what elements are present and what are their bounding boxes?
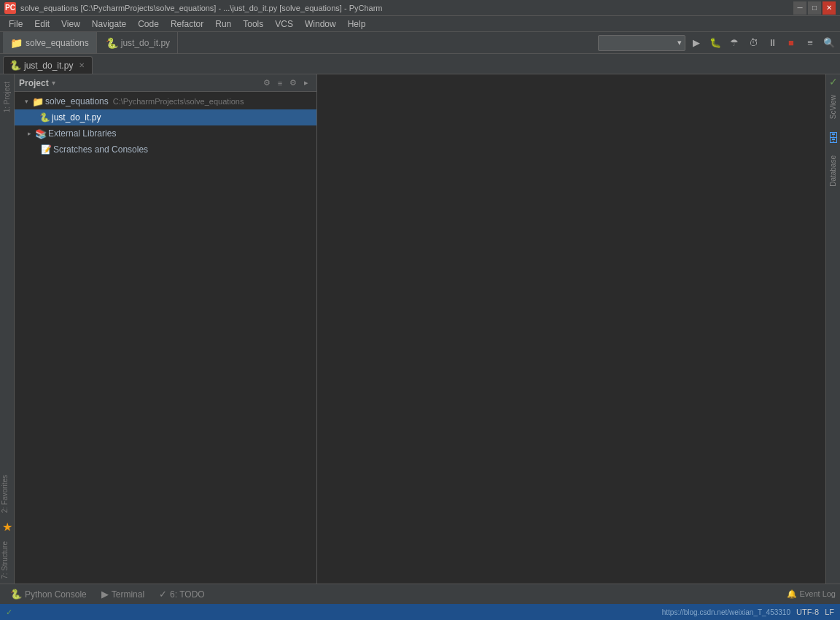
file-label-just-do-it: just_do_it.py: [52, 112, 101, 123]
title-bar: PC solve_equations [C:\PycharmProjects\s…: [0, 0, 840, 16]
maximize-button[interactable]: □: [808, 1, 821, 15]
project-folder-icon: 📁: [10, 37, 23, 49]
todo-label: 6: TODO: [170, 589, 205, 600]
folder-icon-root: 📁: [32, 96, 44, 107]
scratches-icon: 📝: [41, 144, 52, 155]
toolbar-tab-project-label: solve_equations: [26, 38, 89, 48]
run-config-dropdown[interactable]: ▾: [598, 35, 685, 51]
vcs-check-icon: ✓: [829, 76, 838, 88]
file-tab-bar: 🐍 just_do_it.py ✕: [0, 54, 840, 74]
menu-navigate[interactable]: Navigate: [86, 18, 132, 31]
todo-icon: ✓: [159, 589, 167, 600]
pause-button[interactable]: ⏸: [764, 35, 780, 51]
menu-view[interactable]: View: [55, 18, 86, 31]
python-file-icon: 🐍: [9, 60, 21, 71]
scratches-arrow: ▸: [31, 146, 39, 153]
status-encoding[interactable]: UTF-8: [796, 608, 819, 616]
toolbar-tab-file[interactable]: 🐍 just_do_it.py: [98, 32, 178, 53]
favorites-star-icon[interactable]: ★: [0, 517, 15, 537]
sidebar-item-favorites[interactable]: 2: Favorites: [0, 470, 10, 517]
file-tab-label: just_do_it.py: [24, 61, 73, 71]
project-tree: ▾ 📁 solve_equations C:\PycharmProjects\s…: [15, 92, 316, 584]
menu-help[interactable]: Help: [342, 18, 372, 31]
coverage-button[interactable]: ☂: [726, 35, 742, 51]
tree-item-scratches[interactable]: ▸ 📝 Scratches and Consoles: [15, 142, 316, 158]
event-log-button[interactable]: 🔔 Event Log: [787, 589, 836, 599]
root-folder-label: solve_equations: [45, 96, 109, 106]
left-sidebar-strip: 1: Project 2: Favorites ★ 7: Structure: [0, 74, 15, 584]
toolbar-tab-project[interactable]: 📁 solve_equations: [3, 32, 97, 53]
root-expand-arrow: ▾: [22, 98, 31, 105]
project-toolbar-icons: ⚙ ≡ ⚙ ▸: [261, 77, 312, 89]
editor-area[interactable]: [317, 74, 825, 584]
ext-libs-icon: 📚: [35, 128, 47, 139]
more-button[interactable]: ≡: [802, 35, 818, 51]
project-dropdown-arrow[interactable]: ▾: [52, 79, 55, 87]
menu-run[interactable]: Run: [209, 18, 237, 31]
event-log-label: Event Log: [799, 589, 836, 598]
project-icon-gear[interactable]: ▸: [300, 77, 312, 89]
tree-item-root[interactable]: ▾ 📁 solve_equations C:\PycharmProjects\s…: [15, 93, 316, 109]
project-icon-sync[interactable]: ⚙: [261, 77, 273, 89]
status-right: https://blog.csdn.net/weixian_T_453310 U…: [662, 608, 834, 616]
root-folder-path: C:\PycharmProjects\solve_equations: [113, 97, 244, 106]
database-icon: 🗄: [825, 129, 841, 148]
project-panel-header: Project ▾ ⚙ ≡ ⚙ ▸: [15, 74, 316, 92]
git-status-icon: ✓: [6, 608, 12, 617]
toolbar-right: ▾ ▶ 🐛 ☂ ⏱ ⏸ ■ ≡ 🔍: [598, 35, 837, 51]
bottom-tab-python-console[interactable]: 🐍 Python Console: [4, 586, 93, 602]
menu-edit[interactable]: Edit: [28, 18, 55, 31]
debug-button[interactable]: 🐛: [707, 35, 723, 51]
status-left: ✓: [6, 608, 12, 617]
main-layout: 1: Project 2: Favorites ★ 7: Structure P…: [0, 74, 840, 584]
bottom-tab-todo[interactable]: ✓ 6: TODO: [153, 586, 211, 602]
sidebar-item-structure[interactable]: 7: Structure: [0, 537, 10, 584]
menu-file[interactable]: File: [3, 18, 28, 31]
file-tab-just-do-it[interactable]: 🐍 just_do_it.py ✕: [3, 56, 93, 74]
toolbar: 📁 solve_equations 🐍 just_do_it.py ▾ ▶ 🐛 …: [0, 32, 840, 54]
ext-libs-arrow: ▸: [25, 130, 34, 137]
status-bar: ✓ https://blog.csdn.net/weixian_T_453310…: [0, 604, 840, 620]
menu-bar: File Edit View Navigate Code Refactor Ru…: [0, 16, 840, 32]
file-python-icon: 🐍: [106, 37, 118, 49]
bottom-bar: 🐍 Python Console ▶ Terminal ✓ 6: TODO 🔔 …: [0, 584, 840, 604]
tree-item-external-libs[interactable]: ▸ 📚 External Libraries: [15, 125, 316, 142]
terminal-label: Terminal: [112, 589, 144, 600]
sidebar-item-project[interactable]: 1: Project: [1, 77, 12, 117]
python-console-icon: 🐍: [10, 589, 22, 600]
project-panel: Project ▾ ⚙ ≡ ⚙ ▸ ▾ 📁 solve_equations C:…: [15, 74, 317, 584]
menu-refactor[interactable]: Refactor: [165, 18, 209, 31]
tab-close-button[interactable]: ✕: [79, 61, 85, 69]
search-button[interactable]: 🔍: [821, 35, 837, 51]
menu-tools[interactable]: Tools: [237, 18, 269, 31]
window-controls: ─ □ ✕: [793, 1, 836, 15]
project-icon-collapse[interactable]: ≡: [274, 77, 286, 89]
scratches-label: Scratches and Consoles: [53, 144, 148, 155]
bottom-right-area: 🔔 Event Log: [787, 589, 836, 599]
event-log-icon: 🔔: [787, 589, 797, 598]
window-title: solve_equations [C:\PycharmProjects\solv…: [20, 4, 793, 12]
sidebar-item-database[interactable]: Database: [828, 150, 839, 193]
close-button[interactable]: ✕: [822, 1, 836, 15]
stop-button[interactable]: ■: [783, 35, 799, 51]
tree-item-just-do-it[interactable]: 🐍 just_do_it.py: [15, 109, 316, 125]
terminal-icon: ▶: [101, 589, 109, 600]
right-sidebar: ✓ ScView 🗄 Database: [825, 74, 840, 584]
menu-vcs[interactable]: VCS: [269, 18, 299, 31]
profile-button[interactable]: ⏱: [745, 35, 761, 51]
status-line-sep[interactable]: LF: [825, 608, 834, 616]
project-icon-settings[interactable]: ⚙: [287, 77, 299, 89]
toolbar-tab-file-label: just_do_it.py: [121, 38, 170, 48]
sidebar-item-scview[interactable]: ScView: [828, 89, 839, 125]
menu-code[interactable]: Code: [132, 18, 165, 31]
python-file-tree-icon: 🐍: [39, 112, 50, 123]
status-url: https://blog.csdn.net/weixian_T_453310: [662, 608, 790, 616]
run-config-arrow-icon: ▾: [677, 38, 682, 47]
ext-libs-label: External Libraries: [48, 128, 116, 139]
run-button[interactable]: ▶: [688, 35, 704, 51]
bottom-tab-terminal[interactable]: ▶ Terminal: [96, 586, 150, 602]
menu-window[interactable]: Window: [299, 18, 342, 31]
minimize-button[interactable]: ─: [793, 1, 806, 15]
project-title: Project: [19, 78, 49, 88]
app-icon: PC: [4, 2, 16, 14]
